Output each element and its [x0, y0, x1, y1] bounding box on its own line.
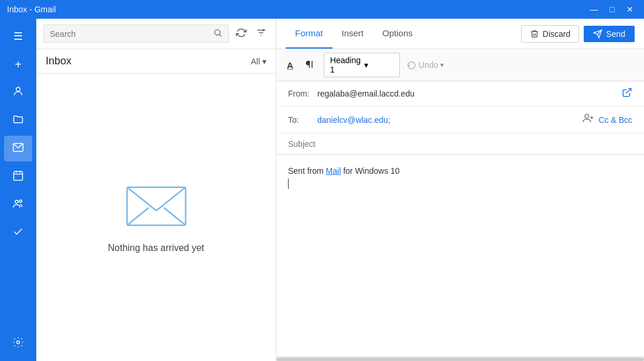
tab-insert[interactable]: Insert	[333, 19, 374, 49]
text-cursor	[288, 178, 289, 189]
search-input-wrapper[interactable]	[43, 25, 229, 43]
to-field: To: danielcv@wlac.edu; Cc & Bcc	[276, 106, 644, 133]
search-bar	[36, 19, 276, 49]
app-container: ☰ +	[0, 19, 644, 361]
title-bar-title: Inbox - Gmail	[7, 5, 56, 14]
folder-icon	[12, 114, 24, 128]
svg-rect-14	[127, 187, 186, 225]
from-field: From: regalaba@email.laccd.edu	[276, 81, 644, 106]
cursor-line	[288, 177, 632, 189]
empty-message: Nothing has arrived yet	[108, 243, 204, 253]
sidebar-item-compose[interactable]: +	[4, 51, 32, 77]
to-label: To:	[288, 115, 317, 125]
search-icon	[213, 28, 222, 39]
from-value: regalaba@email.laccd.edu	[317, 89, 622, 98]
sidebar-item-menu[interactable]: ☰	[4, 23, 32, 49]
undo-area: Undo ▾	[407, 60, 444, 70]
inbox-header: Inbox All ▾	[36, 49, 276, 74]
hamburger-icon: ☰	[13, 30, 23, 43]
heading-dropdown-arrow: ▾	[364, 60, 393, 70]
heading-dropdown[interactable]: Heading 1 ▾	[324, 53, 400, 77]
discard-button[interactable]: Discard	[521, 25, 579, 43]
add-recipient-icon[interactable]	[582, 112, 594, 127]
title-bar-controls: — □ ✕	[587, 4, 637, 15]
svg-point-22	[585, 114, 589, 118]
font-color-button[interactable]: A	[283, 59, 297, 72]
compose-body[interactable]: Sent from Mail for Windows 10	[276, 155, 644, 356]
svg-line-21	[626, 88, 631, 93]
send-label: Send	[606, 29, 625, 39]
empty-envelope-icon	[124, 181, 189, 231]
sent-from-text: Sent from	[288, 166, 326, 176]
compose-panel: Format Insert Options Discard	[276, 19, 644, 361]
undo-dropdown-button[interactable]: ▾	[440, 61, 444, 69]
people-icon	[12, 198, 24, 212]
to-actions: Cc & Bcc	[582, 112, 632, 127]
compose-toolbar-actions: Discard Send	[521, 25, 635, 43]
svg-point-9	[215, 30, 220, 35]
sidebar-item-mail[interactable]	[4, 136, 32, 161]
all-dropdown[interactable]: All ▾	[251, 57, 266, 66]
body-signature: Sent from Mail for Windows 10	[288, 164, 632, 177]
minimize-button[interactable]: —	[587, 4, 602, 15]
all-label: All	[251, 57, 260, 66]
svg-point-8	[17, 341, 20, 343]
from-label: From:	[288, 89, 317, 98]
svg-point-0	[16, 87, 20, 91]
for-windows-text: for Windows 10	[341, 166, 399, 176]
sidebar-item-folder[interactable]	[4, 108, 32, 133]
undo-button[interactable]: Undo	[407, 60, 438, 70]
expand-icon[interactable]	[622, 87, 632, 100]
discard-label: Discard	[543, 29, 570, 39]
svg-rect-2	[14, 171, 23, 180]
mail-link[interactable]: Mail	[326, 166, 341, 176]
subject-field	[276, 133, 644, 154]
filter-button[interactable]	[254, 25, 269, 43]
title-bar-left: Inbox - Gmail	[7, 5, 56, 14]
email-list-panel: Inbox All ▾ Nothing has arrived yet	[36, 19, 276, 361]
chevron-down-icon: ▾	[262, 57, 266, 66]
format-toolbar: A Heading 1 ▾ Undo	[276, 49, 644, 81]
title-bar: Inbox - Gmail — □ ✕	[0, 0, 644, 19]
paragraph-icon	[305, 61, 316, 71]
compose-scrollbar[interactable]	[276, 356, 644, 361]
heading-value: Heading 1	[330, 56, 361, 74]
sidebar-item-settings[interactable]	[4, 331, 32, 356]
svg-line-10	[220, 35, 221, 36]
undo-label: Undo	[419, 60, 438, 70]
settings-icon	[12, 336, 24, 351]
svg-point-6	[15, 200, 18, 203]
search-input[interactable]	[50, 29, 213, 39]
tab-format[interactable]: Format	[286, 19, 333, 49]
tab-options[interactable]: Options	[373, 19, 422, 49]
close-button[interactable]: ✕	[623, 4, 637, 15]
paragraph-button[interactable]	[302, 57, 319, 73]
to-value: danielcv@wlac.edu;	[317, 115, 582, 125]
scrollbar-thumb[interactable]	[276, 357, 644, 361]
sidebar-item-contacts[interactable]	[4, 80, 32, 105]
send-button[interactable]: Send	[584, 26, 635, 42]
compose-fields: From: regalaba@email.laccd.edu To: danie…	[276, 81, 644, 155]
sidebar-item-people[interactable]	[4, 192, 32, 218]
font-color-icon: A	[287, 60, 293, 70]
compose-toolbar: Format Insert Options Discard	[276, 19, 644, 49]
checkmark-icon	[12, 226, 24, 240]
subject-input[interactable]	[288, 139, 632, 149]
mail-icon	[12, 142, 24, 156]
inbox-title: Inbox	[46, 55, 71, 67]
maximize-button[interactable]: □	[607, 4, 618, 15]
cc-bcc-button[interactable]: Cc & Bcc	[598, 115, 632, 125]
sidebar: ☰ +	[0, 19, 36, 361]
from-actions	[622, 87, 632, 100]
refresh-button[interactable]	[234, 25, 249, 43]
sidebar-item-tasks[interactable]	[4, 220, 32, 246]
calendar-icon	[12, 170, 24, 184]
empty-inbox: Nothing has arrived yet	[36, 74, 276, 361]
sidebar-item-calendar[interactable]	[4, 164, 32, 190]
compose-icon: +	[15, 58, 22, 71]
contacts-icon	[12, 85, 24, 100]
svg-point-7	[19, 200, 22, 202]
